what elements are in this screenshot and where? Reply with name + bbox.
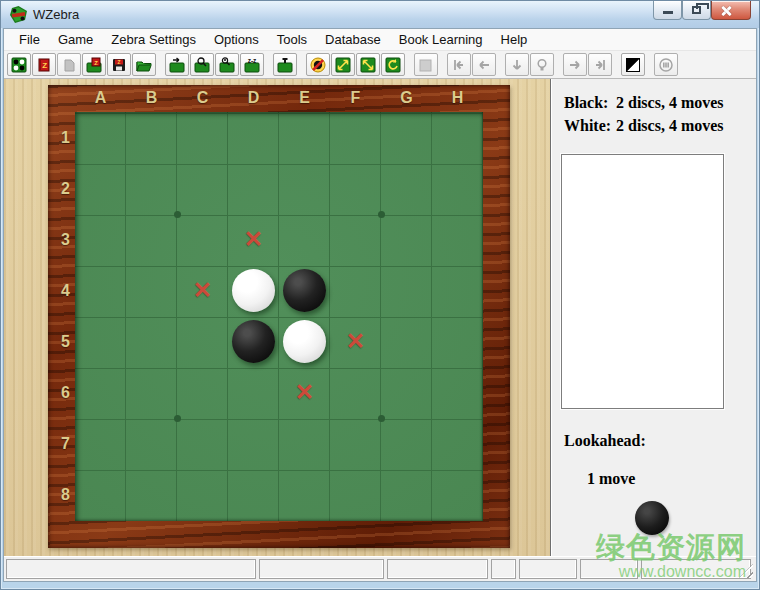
stop-sign-button[interactable] xyxy=(654,53,678,76)
board-square-F4[interactable] xyxy=(330,265,381,316)
red-book-button[interactable]: Z xyxy=(32,53,56,76)
board-square-G2[interactable] xyxy=(381,163,432,214)
board-square-A8[interactable] xyxy=(75,469,126,520)
prev-move-button[interactable] xyxy=(472,53,496,76)
board-square-F6[interactable] xyxy=(330,367,381,418)
file-sheet-button[interactable] xyxy=(57,53,81,76)
board-square-H8[interactable] xyxy=(432,469,483,520)
menu-game[interactable]: Game xyxy=(49,29,102,50)
legal-move-mark-E6[interactable]: ✕ xyxy=(295,378,314,405)
board-square-H1[interactable] xyxy=(432,112,483,163)
menu-book-learning[interactable]: Book Learning xyxy=(390,29,492,50)
new-game-board-button[interactable] xyxy=(7,53,31,76)
menu-file[interactable]: File xyxy=(10,29,49,50)
board-square-C6[interactable] xyxy=(177,367,228,418)
board-square-B8[interactable] xyxy=(126,469,177,520)
board-square-F7[interactable] xyxy=(330,418,381,469)
board-square-C8[interactable] xyxy=(177,469,228,520)
board-square-D2[interactable] xyxy=(228,163,279,214)
flip-diagonal-main-button[interactable] xyxy=(331,53,355,76)
board-square-E8[interactable] xyxy=(279,469,330,520)
board-square-F2[interactable] xyxy=(330,163,381,214)
board-square-G8[interactable] xyxy=(381,469,432,520)
board-square-A4[interactable] xyxy=(75,265,126,316)
board-square-E7[interactable] xyxy=(279,418,330,469)
board-square-G1[interactable] xyxy=(381,112,432,163)
last-move-button[interactable] xyxy=(588,53,612,76)
legal-move-mark-C4[interactable]: ✕ xyxy=(193,276,212,303)
save-floppy-button[interactable]: Z xyxy=(107,53,131,76)
board-magnifier-user-button[interactable] xyxy=(215,53,239,76)
board-square-C5[interactable] xyxy=(177,316,228,367)
board-square-G4[interactable] xyxy=(381,265,432,316)
board-square-B7[interactable] xyxy=(126,418,177,469)
contrast-square-button[interactable] xyxy=(621,53,645,76)
board-square-B4[interactable] xyxy=(126,265,177,316)
board-square-G7[interactable] xyxy=(381,418,432,469)
board-square-G5[interactable] xyxy=(381,316,432,367)
next-move-button[interactable] xyxy=(563,53,587,76)
board-square-G6[interactable] xyxy=(381,367,432,418)
toolbar-separator xyxy=(555,53,563,76)
menu-help[interactable]: Help xyxy=(492,29,537,50)
hint-bulb-button[interactable] xyxy=(530,53,554,76)
board-square-B6[interactable] xyxy=(126,367,177,418)
open-folder-button[interactable] xyxy=(132,53,156,76)
board-square-B3[interactable] xyxy=(126,214,177,265)
menu-tools[interactable]: Tools xyxy=(268,29,316,50)
board-square-G3[interactable] xyxy=(381,214,432,265)
board-square-D1[interactable] xyxy=(228,112,279,163)
board-square-E1[interactable] xyxy=(279,112,330,163)
flip-diagonal-anti-button[interactable] xyxy=(356,53,380,76)
board-square-E3[interactable] xyxy=(279,214,330,265)
board-square-A7[interactable] xyxy=(75,418,126,469)
board-square-D6[interactable] xyxy=(228,367,279,418)
board-square-E2[interactable] xyxy=(279,163,330,214)
board-square-B2[interactable] xyxy=(126,163,177,214)
blank-square-button[interactable] xyxy=(414,53,438,76)
board-square-F8[interactable] xyxy=(330,469,381,520)
board-magnifier-button[interactable] xyxy=(190,53,214,76)
board-square-F1[interactable] xyxy=(330,112,381,163)
board-square-D7[interactable] xyxy=(228,418,279,469)
board-square-D8[interactable] xyxy=(228,469,279,520)
board-square-C1[interactable] xyxy=(177,112,228,163)
first-move-button[interactable] xyxy=(447,53,471,76)
move-list-box[interactable] xyxy=(561,154,724,409)
board-square-B5[interactable] xyxy=(126,316,177,367)
menu-zebra-settings[interactable]: Zebra Settings xyxy=(102,29,205,50)
rotate-board-button[interactable] xyxy=(381,53,405,76)
board-square-H5[interactable] xyxy=(432,316,483,367)
board-square-A2[interactable] xyxy=(75,163,126,214)
board-square-H7[interactable] xyxy=(432,418,483,469)
legal-move-mark-F5[interactable]: ✕ xyxy=(346,327,365,354)
board-zz-button[interactable]: z-z xyxy=(240,53,264,76)
legal-move-mark-D3[interactable]: ✕ xyxy=(244,225,263,252)
board-square-C3[interactable] xyxy=(177,214,228,265)
board-square-C2[interactable] xyxy=(177,163,228,214)
minimize-button[interactable] xyxy=(653,1,682,20)
board-add-piece-button[interactable] xyxy=(273,53,297,76)
othello-board[interactable]: ✕✕✕✕ xyxy=(75,112,483,521)
restore-button[interactable] xyxy=(682,1,711,20)
board-square-A5[interactable] xyxy=(75,316,126,367)
board-square-H2[interactable] xyxy=(432,163,483,214)
title-bar[interactable]: WZebra xyxy=(1,1,759,28)
board-square-H6[interactable] xyxy=(432,367,483,418)
board-square-B1[interactable] xyxy=(126,112,177,163)
board-enter-arrow-button[interactable] xyxy=(165,53,189,76)
menu-options[interactable]: Options xyxy=(205,29,268,50)
menu-database[interactable]: Database xyxy=(316,29,390,50)
board-square-C7[interactable] xyxy=(177,418,228,469)
board-book-button[interactable]: Z xyxy=(82,53,106,76)
flip-diagonal-anti-icon xyxy=(360,57,376,73)
no-evaluation-disc-button[interactable] xyxy=(306,53,330,76)
board-square-H4[interactable] xyxy=(432,265,483,316)
close-button[interactable] xyxy=(711,1,751,20)
board-square-H3[interactable] xyxy=(432,214,483,265)
down-move-button[interactable] xyxy=(505,53,529,76)
board-square-F3[interactable] xyxy=(330,214,381,265)
board-square-A3[interactable] xyxy=(75,214,126,265)
board-square-A1[interactable] xyxy=(75,112,126,163)
board-square-A6[interactable] xyxy=(75,367,126,418)
